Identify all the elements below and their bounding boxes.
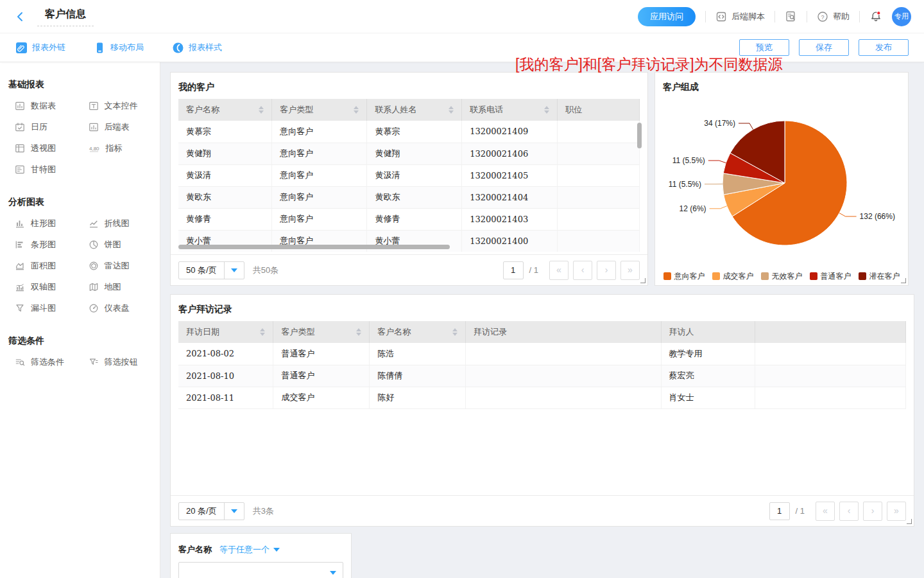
svg-text:?: ? — [821, 13, 824, 20]
prev-page-button[interactable]: ‹ — [573, 261, 592, 280]
report-style-button[interactable]: 报表样式 — [172, 42, 222, 54]
column-header[interactable]: 客户名称 — [370, 321, 466, 343]
vertical-scrollbar[interactable] — [637, 123, 642, 148]
last-page-button[interactable]: » — [620, 261, 640, 280]
area-chart-icon — [15, 261, 25, 271]
resize-handle[interactable] — [640, 278, 646, 283]
my-customers-pagination: 50 条/页 共50条 / 1 « ‹ › » — [171, 254, 647, 285]
back-button[interactable] — [13, 9, 28, 24]
table-row: 2021-08-11成交客户陈好肖女士 — [178, 387, 906, 408]
column-header[interactable]: 联系电话 — [462, 99, 558, 121]
sort-icon[interactable] — [354, 106, 359, 114]
column-header[interactable]: 客户名称 — [178, 99, 272, 121]
code-icon — [715, 11, 727, 22]
legend-item[interactable]: 无效客户 — [761, 271, 803, 282]
legend-swatch — [859, 272, 866, 280]
page-input[interactable] — [769, 502, 790, 520]
sidebar-item-map[interactable]: 地图 — [80, 276, 154, 297]
line-chart-icon — [89, 218, 99, 229]
pie-label: 11 (5.5%) — [672, 156, 705, 165]
sidebar-item-area-chart[interactable]: 面积图 — [6, 255, 80, 276]
customer-composition-panel[interactable]: 客户组成 132 (66%)12 (6%)11 (5.5%)11 (5.5%)3… — [654, 72, 909, 286]
bar-chart-icon — [15, 240, 25, 250]
help-button[interactable]: ? 帮助 — [817, 11, 850, 22]
legend-swatch — [663, 272, 671, 280]
column-header[interactable]: 联系人姓名 — [367, 99, 462, 121]
sidebar-item-bar-chart[interactable]: 条形图 — [6, 234, 80, 255]
sidebar-item-filter-condition[interactable]: 筛选条件 — [6, 351, 80, 372]
first-page-button[interactable]: « — [549, 261, 569, 280]
sidebar-item-data-table[interactable]: 数据表 — [6, 95, 80, 116]
divider — [705, 11, 706, 22]
sidebar-item-calendar[interactable]: 日历 — [6, 116, 80, 137]
page-size-select[interactable]: 50 条/页 — [178, 261, 244, 279]
prev-page-button[interactable]: ‹ — [839, 502, 859, 521]
table-row: 2021-08-10普通客户陈倩倩蔡宏亮 — [178, 365, 906, 387]
divider — [774, 11, 775, 22]
sidebar-item-pie-chart[interactable]: 饼图 — [80, 234, 154, 255]
horizontal-scrollbar[interactable] — [178, 245, 450, 249]
sort-icon[interactable] — [356, 328, 361, 336]
legend-item[interactable]: 意向客户 — [663, 271, 705, 282]
filter-value-select[interactable] — [178, 562, 343, 578]
filter-operator-dropdown[interactable]: 等于任意一个 — [219, 544, 280, 556]
backend-table-icon — [89, 122, 99, 132]
sort-icon[interactable] — [544, 106, 549, 114]
column-header[interactable]: 客户类型 — [272, 99, 367, 121]
column-header[interactable]: 客户类型 — [273, 321, 370, 343]
next-page-button[interactable]: › — [597, 261, 616, 280]
first-page-button[interactable]: « — [816, 502, 835, 521]
sidebar-item-filter-button[interactable]: 筛选按钮 — [80, 351, 154, 372]
publish-button[interactable]: 发布 — [859, 39, 909, 56]
notifications-button[interactable] — [869, 10, 882, 23]
report-link-button[interactable]: 报表外链 — [15, 42, 65, 54]
gauge-icon — [89, 303, 99, 313]
save-button[interactable]: 保存 — [799, 39, 849, 56]
avatar[interactable]: 专用 — [892, 7, 911, 26]
filter-panel[interactable]: 客户名称 等于任意一个 — [170, 533, 352, 578]
page-input[interactable] — [503, 261, 524, 279]
app-access-button[interactable]: 应用访问 — [638, 7, 696, 26]
page-size-select[interactable]: 20 条/页 — [178, 502, 244, 520]
visit-records-panel[interactable]: 客户拜访记录 拜访日期客户类型客户名称拜访记录拜访人2021-08-02普通客户… — [170, 294, 914, 527]
backend-script-button[interactable]: 后端脚本 — [715, 11, 765, 22]
sort-icon[interactable] — [259, 106, 264, 114]
resize-handle[interactable] — [907, 519, 912, 524]
column-header: 拜访人 — [661, 321, 755, 343]
widget-sidebar: 基础报表 数据表 文本控件 日历 后端表 透视图 — [0, 62, 160, 578]
my-customers-table: 客户名称客户类型联系人姓名联系电话职位黄慕宗意向客户黄慕宗13200021409… — [178, 99, 640, 252]
sort-icon[interactable] — [260, 328, 265, 336]
table-row: 黄健翔意向客户黄健翔13200021406 — [178, 143, 640, 164]
gantt-icon — [15, 164, 25, 175]
preview-button[interactable]: 预览 — [739, 39, 789, 56]
legend-item[interactable]: 潜在客户 — [859, 271, 900, 282]
sidebar-item-gantt[interactable]: 甘特图 — [6, 159, 80, 180]
sidebar-item-pivot[interactable]: 透视图 — [6, 137, 80, 159]
legend-item[interactable]: 普通客户 — [810, 271, 851, 282]
sidebar-item-gauge[interactable]: 仪表盘 — [80, 297, 154, 319]
sidebar-item-metric[interactable]: 4,80 指标 — [80, 137, 154, 159]
table-row: 黄慕宗意向客户黄慕宗13200021409 — [178, 121, 640, 143]
next-page-button[interactable]: › — [863, 502, 882, 521]
sidebar-item-radar-chart[interactable]: 雷达图 — [80, 255, 154, 276]
report-toolbar: 报表外链 移动布局 报表样式 预览 保存 发布 — [0, 33, 924, 62]
sidebar-item-text-widget[interactable]: 文本控件 — [80, 95, 154, 116]
divider — [859, 11, 860, 22]
my-customers-panel[interactable]: 我的客户 客户名称客户类型联系人姓名联系电话职位黄慕宗意向客户黄慕宗132000… — [170, 72, 648, 286]
sort-icon[interactable] — [452, 328, 458, 336]
sort-icon[interactable] — [449, 106, 454, 114]
sidebar-item-line-chart[interactable]: 折线图 — [80, 213, 154, 234]
sidebar-item-backend-table[interactable]: 后端表 — [80, 116, 154, 137]
log-search-button[interactable] — [785, 10, 797, 22]
last-page-button[interactable]: » — [887, 502, 906, 521]
chevron-down-icon — [330, 571, 336, 575]
sidebar-item-column-chart[interactable]: 柱形图 — [6, 213, 80, 234]
sidebar-item-dual-axis-chart[interactable]: 双轴图 — [6, 276, 80, 297]
column-header[interactable]: 拜访日期 — [178, 321, 273, 343]
sidebar-item-funnel-chart[interactable]: 漏斗图 — [6, 297, 80, 319]
legend-item[interactable]: 成交客户 — [712, 271, 754, 282]
mobile-layout-button[interactable]: 移动布局 — [94, 42, 144, 54]
pie-label: 11 (5.5%) — [669, 180, 701, 189]
chevron-down-icon — [224, 262, 244, 279]
resize-handle[interactable] — [901, 278, 906, 283]
